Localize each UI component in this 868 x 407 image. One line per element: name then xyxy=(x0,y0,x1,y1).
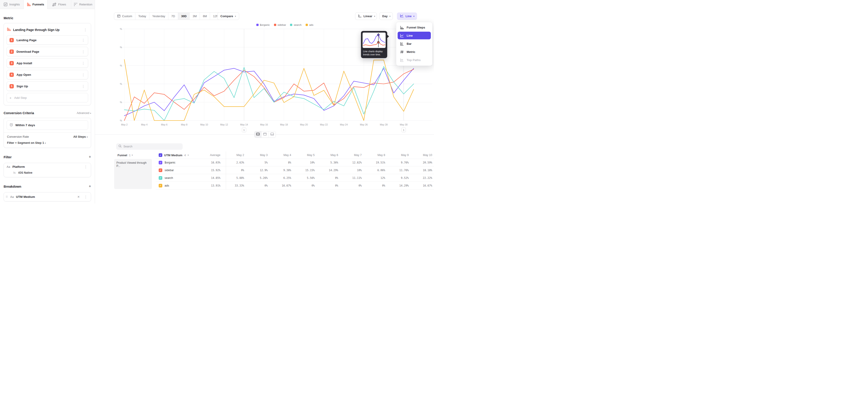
tab-flows[interactable]: Flows xyxy=(48,0,71,9)
column-header-may-3[interactable]: May 3 xyxy=(250,152,273,159)
range-6m[interactable]: 6M xyxy=(200,13,210,20)
tab-label: Flows xyxy=(58,3,66,6)
cell-value: 10% xyxy=(344,166,367,174)
step-kebab-icon[interactable]: ⋮ xyxy=(81,85,86,88)
tab-retention[interactable]: Retention xyxy=(71,0,95,9)
column-header-may-4[interactable]: May 4 xyxy=(273,152,297,159)
search-input[interactable] xyxy=(123,145,180,148)
funnel-step-1[interactable]: 1Landing Page⋮ xyxy=(6,35,88,45)
funnel-title-row[interactable]: Landing Page through Sign Up ⋮ xyxy=(6,26,88,35)
range-yesterday[interactable]: Yesterday xyxy=(149,13,168,20)
group-cell[interactable]: Product Viewed through P... xyxy=(114,159,152,189)
svg-text:1: 1 xyxy=(403,129,404,131)
chevron-down-icon: ▾ xyxy=(87,136,88,138)
tab-funnels[interactable]: Funnels xyxy=(24,0,48,9)
chart-type-menu: Funnel StepsLineBarMetricTop Paths xyxy=(396,22,432,66)
add-step-button[interactable]: + Add Step xyxy=(6,93,88,102)
filter-property[interactable]: Platform xyxy=(12,165,81,168)
column-header-average[interactable]: Average xyxy=(204,152,226,159)
breakdown-kebab-icon[interactable]: ⋮ xyxy=(84,195,88,198)
filter-segment-dropdown[interactable]: Filter + Segment on Step 1 ▾ xyxy=(4,139,91,147)
breakdown-property[interactable]: UTM Medium xyxy=(16,195,74,198)
breakdown-checkbox[interactable]: ✓ xyxy=(159,153,162,157)
menu-item-line[interactable]: Line xyxy=(398,32,431,39)
table-search[interactable] xyxy=(116,143,183,150)
step-kebab-icon[interactable]: ⋮ xyxy=(81,73,86,76)
conversion-window-label: Within 7 days xyxy=(16,123,35,127)
legend-item-search[interactable]: search xyxy=(290,24,302,26)
conversion-rate-dropdown[interactable]: All Steps ▾ xyxy=(73,135,88,138)
menu-item-label: Bar xyxy=(407,42,412,45)
breakdown-column-selector[interactable]: ✓UTM Medium4▾ xyxy=(156,152,204,159)
breakdown-column-count: 4 xyxy=(184,154,186,157)
menu-item-metric[interactable]: Metric xyxy=(398,48,431,56)
legend-item-organic[interactable]: $organic xyxy=(256,24,270,26)
granularity-dropdown[interactable]: Day▾ xyxy=(379,12,393,20)
table-only-view-button[interactable] xyxy=(269,131,276,137)
date-range-group: CustomTodayYesterday7D30D3M6M12M xyxy=(114,12,222,20)
funnel-step-3[interactable]: 3App Install⋮ xyxy=(6,58,88,68)
chevron-down-icon: ▾ xyxy=(235,15,236,18)
funnel-step-2[interactable]: 2Download Page⋮ xyxy=(6,47,88,56)
chart-legend: $organicsidebarsearchads xyxy=(95,24,434,26)
svg-text:May 2: May 2 xyxy=(121,123,128,126)
range-7d[interactable]: 7D xyxy=(168,13,178,20)
remove-breakdown-icon[interactable]: ✕ xyxy=(76,195,81,198)
range-today[interactable]: Today xyxy=(135,13,149,20)
add-filter-button[interactable]: + xyxy=(89,155,91,159)
legend-label: ads xyxy=(309,24,313,26)
column-header-may-6[interactable]: May 6 xyxy=(320,152,344,159)
drag-handle-icon[interactable]: ☰ xyxy=(6,195,8,198)
cell-value: 0% xyxy=(367,182,391,189)
metric-heading: Metric xyxy=(4,16,13,20)
column-header-may-10[interactable]: May 10 xyxy=(414,152,434,159)
filter-operator[interactable]: Is xyxy=(13,171,16,174)
funnel-step-5[interactable]: 5Sign Up⋮ xyxy=(6,82,88,91)
series-checkbox[interactable]: ✓ xyxy=(159,184,162,187)
step-label: App Open xyxy=(17,73,78,76)
filter-value[interactable]: iOS Native xyxy=(18,171,33,174)
funnel-kebab-icon[interactable]: ⋮ xyxy=(83,28,88,31)
column-header-may-2[interactable]: May 2 xyxy=(226,152,250,159)
add-breakdown-button[interactable]: + xyxy=(89,184,91,189)
range-custom[interactable]: Custom xyxy=(114,13,135,20)
cell-value: 11.76% xyxy=(391,166,414,174)
clock-icon xyxy=(9,123,13,127)
cell-value: 0% xyxy=(320,174,344,182)
svg-text:0%: 0% xyxy=(120,119,122,122)
svg-text:May 6: May 6 xyxy=(161,123,167,126)
legend-item-ads[interactable]: ads xyxy=(306,24,313,26)
funnel-selector[interactable]: Funnel1 ▾ xyxy=(114,152,156,159)
menu-item-bar[interactable]: Bar xyxy=(398,40,431,48)
step-kebab-icon[interactable]: ⋮ xyxy=(81,62,86,65)
chart-type-dropdown[interactable]: Line▾ xyxy=(397,12,417,20)
cell-value: 0% xyxy=(344,182,367,189)
step-kebab-icon[interactable]: ⋮ xyxy=(81,38,86,42)
series-checkbox[interactable]: ✓ xyxy=(159,161,162,164)
conversion-window-button[interactable]: Within 7 days xyxy=(6,120,88,130)
range-3m[interactable]: 3M xyxy=(190,13,200,20)
column-header-may-8[interactable]: May 8 xyxy=(367,152,391,159)
column-header-may-5[interactable]: May 5 xyxy=(297,152,320,159)
funnels-app: InsightsFunnelsFlowsRetention Metric Lan… xyxy=(0,0,434,204)
legend-item-sidebar[interactable]: sidebar xyxy=(274,24,286,26)
funnel-step-4[interactable]: 4App Open⋮ xyxy=(6,70,88,80)
series-checkbox[interactable]: ✓ xyxy=(159,168,162,172)
step-kebab-icon[interactable]: ⋮ xyxy=(81,50,86,53)
cell-value: 9.76% xyxy=(391,159,414,166)
tooltip-mini-chart xyxy=(363,33,385,48)
scale-dropdown[interactable]: Linear▾ xyxy=(355,12,377,20)
range-30d[interactable]: 30D xyxy=(178,13,190,20)
tab-insights[interactable]: Insights xyxy=(0,0,24,9)
series-checkbox[interactable]: ✓ xyxy=(159,176,162,180)
menu-item-funnel-steps[interactable]: Funnel Steps xyxy=(398,24,431,31)
filter-heading: Filter xyxy=(4,155,11,159)
split-view-button[interactable] xyxy=(254,131,261,137)
chart-only-view-button[interactable] xyxy=(261,131,269,137)
filter-kebab-icon[interactable]: ⋮ xyxy=(84,165,88,168)
column-header-may-9[interactable]: May 9 xyxy=(391,152,414,159)
column-header-may-7[interactable]: May 7 xyxy=(344,152,367,159)
advanced-dropdown[interactable]: Advanced ▾ xyxy=(76,112,91,115)
compare-button[interactable]: Compare▾ xyxy=(217,12,239,20)
svg-text:May 10: May 10 xyxy=(200,123,208,126)
